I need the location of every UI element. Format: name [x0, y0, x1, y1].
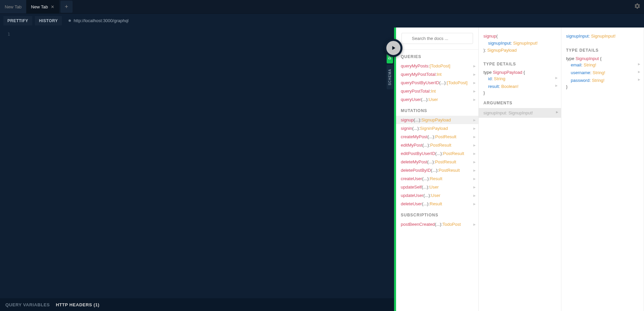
- endpoint-url: http://localhost:3000/graphql: [74, 18, 128, 23]
- field-row[interactable]: result: Boolean!▶: [483, 83, 556, 90]
- gear-icon: [634, 3, 641, 9]
- mutation-row[interactable]: updateSelf(...): User▶: [396, 183, 478, 191]
- section-mutations: MUTATIONS: [396, 104, 478, 116]
- chevron-right-icon: ▶: [473, 64, 476, 68]
- chevron-right-icon: ▶: [473, 223, 476, 226]
- docs-divider[interactable]: DOCS SCHEMA: [394, 28, 396, 311]
- chevron-right-icon: ▶: [473, 177, 476, 180]
- chevron-right-icon: ▶: [555, 84, 558, 87]
- line-number: 1: [3, 32, 10, 37]
- chevron-right-icon: ▶: [473, 144, 476, 147]
- tab-active[interactable]: New Tab ✕: [26, 0, 59, 13]
- mutation-row[interactable]: deleteMyPost(...): PostResult▶: [396, 158, 478, 166]
- code-area[interactable]: [13, 28, 394, 298]
- mutation-row[interactable]: deleteUser(...): Result▶: [396, 200, 478, 208]
- tab-schema[interactable]: SCHEMA: [387, 65, 393, 89]
- main: 1 QUERY VARIABLES HTTP HEADERS (1) DOCS …: [0, 28, 644, 311]
- chevron-right-icon: ▶: [473, 127, 476, 130]
- docs-column-type: signupInput: SignupInput! TYPE DETAILS t…: [561, 28, 644, 311]
- chevron-right-icon: ▶: [473, 81, 476, 85]
- query-row[interactable]: queryMyPosts: [TodoPost]▶: [396, 62, 478, 70]
- chevron-right-icon: ▶: [473, 98, 476, 101]
- tab-label: New Tab: [5, 4, 22, 9]
- chevron-right-icon: ▶: [473, 194, 476, 197]
- query-row[interactable]: queryPostTotal: Int▶: [396, 87, 478, 95]
- tab-http-headers[interactable]: HTTP HEADERS (1): [56, 302, 99, 307]
- chevron-right-icon: ▶: [473, 169, 476, 172]
- query-row[interactable]: queryPostByUserID(...): [TodoPost]▶: [396, 79, 478, 87]
- field-row[interactable]: username: String!▶: [566, 69, 639, 76]
- docs-column-detail: signup( signupInput: SignupInput! ): Sig…: [479, 28, 561, 311]
- chevron-right-icon: ▶: [473, 186, 476, 189]
- status-dot-icon: [69, 19, 71, 22]
- chevron-right-icon: ▶: [473, 118, 476, 122]
- type-definition-2: type SignupInput { email: String!▶userna…: [561, 55, 644, 90]
- search-input[interactable]: [401, 33, 473, 44]
- docs-panel: QUERIES queryMyPosts: [TodoPost]▶queryMy…: [396, 28, 644, 311]
- query-row[interactable]: queryUser(...): User▶: [396, 95, 478, 104]
- section-subscriptions: SUBSCRIPTIONS: [396, 208, 478, 220]
- prettify-button[interactable]: PRETTIFY: [3, 16, 32, 25]
- type-header: signupInput: SignupInput!: [561, 28, 644, 43]
- tab-inactive[interactable]: New Tab: [0, 0, 26, 13]
- tab-label: New Tab: [31, 4, 48, 9]
- chevron-right-icon: ▶: [556, 110, 558, 114]
- tab-query-variables[interactable]: QUERY VARIABLES: [5, 302, 50, 307]
- chevron-right-icon: ▶: [555, 76, 558, 80]
- query-editor: 1 QUERY VARIABLES HTTP HEADERS (1): [0, 28, 394, 311]
- chevron-right-icon: ▶: [473, 73, 476, 76]
- mutation-row[interactable]: signin(...): SigninPayload▶: [396, 124, 478, 133]
- endpoint-input[interactable]: http://localhost:3000/graphql: [65, 18, 641, 23]
- close-icon[interactable]: ✕: [51, 4, 54, 9]
- mutation-row[interactable]: updateUser(...): User▶: [396, 191, 478, 200]
- field-row[interactable]: id: String▶: [483, 75, 556, 83]
- add-tab-button[interactable]: +: [60, 1, 73, 13]
- mutation-row[interactable]: editPostByUserID(...): PostResult▶: [396, 149, 478, 158]
- chevron-right-icon: ▶: [473, 202, 476, 206]
- execute-button[interactable]: [384, 39, 402, 57]
- play-icon: [390, 45, 397, 51]
- mutation-row[interactable]: createUser(...): Result▶: [396, 174, 478, 183]
- chevron-right-icon: ▶: [638, 78, 640, 81]
- editor-footer: QUERY VARIABLES HTTP HEADERS (1): [0, 298, 394, 311]
- settings-button[interactable]: [634, 3, 641, 11]
- signature: signup( signupInput: SignupInput! ): Sig…: [479, 28, 561, 57]
- mutation-row[interactable]: editMyPost(...): PostResult▶: [396, 141, 478, 149]
- docs-column-root: QUERIES queryMyPosts: [TodoPost]▶queryMy…: [396, 28, 479, 311]
- subscription-row[interactable]: postBeenCreated(...): TodoPost▶: [396, 220, 478, 228]
- field-row[interactable]: email: String!▶: [566, 61, 639, 69]
- chevron-right-icon: ▶: [473, 160, 476, 164]
- section-type-details-2: TYPE DETAILS: [561, 43, 644, 55]
- section-queries: QUERIES: [396, 50, 478, 62]
- field-row[interactable]: password: String!▶: [566, 76, 639, 84]
- mutation-row[interactable]: createMyPost(...): PostResult▶: [396, 133, 478, 141]
- type-definition: type SignupPayload { id: String▶result: …: [479, 69, 561, 96]
- query-row[interactable]: queryMyPostTotal: Int▶: [396, 70, 478, 79]
- chevron-right-icon: ▶: [638, 70, 640, 73]
- mutation-row[interactable]: deletePostByID(...): PostResult▶: [396, 166, 478, 174]
- chevron-right-icon: ▶: [638, 62, 640, 66]
- section-type-details: TYPE DETAILS: [479, 57, 561, 69]
- mutation-row[interactable]: signup(...): SignupPayload▶: [396, 116, 478, 124]
- chevron-right-icon: ▶: [473, 135, 476, 139]
- chevron-right-icon: ▶: [473, 152, 476, 155]
- toolbar: PRETTIFY HISTORY http://localhost:3000/g…: [0, 13, 644, 28]
- chevron-right-icon: ▶: [473, 90, 476, 93]
- section-arguments: ARGUMENTS: [479, 96, 561, 108]
- tabs-bar: New Tab New Tab ✕ +: [0, 0, 644, 13]
- argument-row-selected[interactable]: signupInput: SignupInput! ▶: [479, 108, 561, 118]
- history-button[interactable]: HISTORY: [35, 16, 62, 25]
- line-gutter: 1: [0, 28, 13, 298]
